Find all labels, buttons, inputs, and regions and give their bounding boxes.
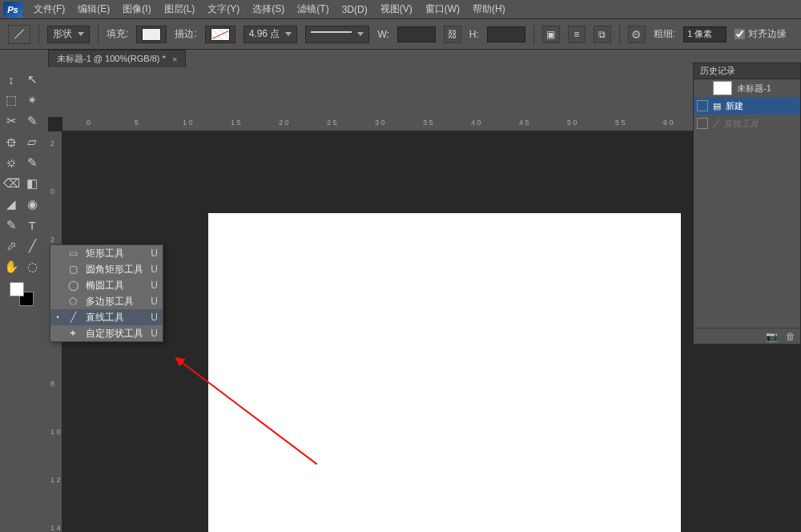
toolbox: ↕↖⬚✴✂✎⯐▱⛭✎⌫◧◢◉✎T⬀╱✋◌ bbox=[0, 50, 43, 532]
tool-button[interactable]: ▱ bbox=[22, 131, 42, 152]
tool-button[interactable]: ◧ bbox=[22, 173, 42, 194]
width-field[interactable] bbox=[397, 26, 436, 42]
history-panel: 历史记录 未标题-1 ▤ 新建 ╱ 直线工具 📷 🗑 bbox=[693, 62, 801, 345]
menu-file[interactable]: 文件(F) bbox=[27, 2, 71, 16]
tool-button[interactable]: ⯐ bbox=[1, 131, 22, 152]
stroke-width-combo[interactable]: 4.96 点 bbox=[244, 26, 298, 43]
history-snapshot-row[interactable]: 未标题-1 bbox=[694, 79, 800, 97]
trash-icon[interactable]: 🗑 bbox=[786, 331, 795, 342]
history-step-row[interactable]: ╱ 直线工具 bbox=[694, 115, 800, 132]
line-tool-icon bbox=[14, 29, 24, 38]
tool-button[interactable]: ⬚ bbox=[1, 90, 22, 111]
ruler-tick: 2 bbox=[50, 236, 54, 244]
flyout-item-shortcut: U bbox=[151, 312, 158, 323]
ruler-tick: 1 2 bbox=[50, 476, 61, 484]
shape-mode-combo[interactable]: 形状 bbox=[47, 26, 90, 43]
flyout-item-label: 圆角矩形工具 bbox=[86, 263, 143, 276]
shape-tools-flyout: ▭ 矩形工具 U ▢ 圆角矩形工具 U ◯ 椭圆工具 U ⬠ 多边形工具 U• … bbox=[50, 244, 163, 342]
menu-3d[interactable]: 3D(D) bbox=[336, 4, 374, 15]
weight-field[interactable] bbox=[683, 26, 727, 42]
gear-icon[interactable] bbox=[628, 26, 646, 43]
tool-button[interactable]: ⛭ bbox=[1, 152, 22, 173]
menu-image[interactable]: 图像(I) bbox=[116, 2, 157, 16]
tool-button[interactable]: ✋ bbox=[1, 256, 22, 277]
tool-button[interactable]: ◌ bbox=[22, 256, 42, 277]
chevron-down-icon bbox=[285, 32, 292, 36]
stroke-width-value: 4.96 点 bbox=[249, 27, 280, 41]
camera-icon[interactable]: 📷 bbox=[766, 331, 778, 342]
menu-help[interactable]: 帮助(H) bbox=[466, 2, 512, 16]
flyout-item-shortcut: U bbox=[151, 264, 158, 275]
tool-button[interactable]: ⌫ bbox=[1, 173, 22, 194]
arrange-button[interactable]: ⧉ bbox=[594, 26, 611, 43]
flyout-item[interactable]: • ╱ 直线工具 U bbox=[50, 309, 163, 325]
tool-button[interactable]: ✴ bbox=[22, 90, 42, 111]
link-icon: ⛓ bbox=[448, 29, 457, 40]
tool-button[interactable]: ◉ bbox=[22, 194, 42, 215]
chevron-down-icon bbox=[78, 32, 84, 36]
history-step-label: 直线工具 bbox=[723, 118, 759, 130]
fill-label: 填充: bbox=[107, 27, 128, 41]
tool-button[interactable]: ✎ bbox=[22, 152, 42, 173]
fill-swatch bbox=[142, 28, 161, 41]
flyout-item[interactable]: ◯ 椭圆工具 U bbox=[50, 277, 163, 293]
tool-preset-button[interactable] bbox=[8, 25, 30, 44]
link-wh-button[interactable]: ⛓ bbox=[444, 26, 461, 43]
align-button[interactable]: ≡ bbox=[568, 26, 586, 43]
flyout-item-label: 椭圆工具 bbox=[86, 279, 124, 292]
shape-mode-label: 形状 bbox=[53, 27, 72, 41]
align-edges-check[interactable]: 对齐边缘 bbox=[735, 27, 787, 41]
history-step-label: 新建 bbox=[726, 100, 743, 112]
tool-button[interactable]: ◢ bbox=[1, 194, 22, 215]
stroke-style-combo[interactable] bbox=[305, 26, 369, 43]
ruler-tick: 5 0 bbox=[567, 119, 578, 127]
fill-swatch-button[interactable] bbox=[136, 26, 167, 43]
ruler-tick: 0 bbox=[87, 119, 91, 127]
stroke-swatch-button[interactable] bbox=[205, 26, 235, 43]
ruler-tick: 1 0 bbox=[50, 428, 61, 436]
tool-button[interactable]: T bbox=[22, 215, 42, 236]
tool-button[interactable]: ✎ bbox=[22, 111, 42, 131]
ruler-horizontal[interactable]: 051 01 52 02 53 03 54 04 55 05 56 06 5 bbox=[62, 117, 801, 131]
history-step-row[interactable]: ▤ 新建 bbox=[694, 97, 800, 115]
menu-filter[interactable]: 滤镜(T) bbox=[291, 2, 335, 16]
flyout-item-shortcut: U bbox=[151, 280, 158, 291]
chevron-down-icon bbox=[357, 32, 364, 36]
menu-layer[interactable]: 图层(L) bbox=[158, 2, 202, 16]
history-panel-footer: 📷 🗑 bbox=[694, 328, 800, 344]
menu-view[interactable]: 视图(V) bbox=[374, 2, 419, 16]
history-step-icon: ╱ bbox=[713, 119, 718, 129]
tool-button[interactable]: ⬀ bbox=[1, 236, 22, 256]
menu-type[interactable]: 文字(Y) bbox=[201, 2, 246, 16]
ruler-tick: 1 4 bbox=[50, 524, 61, 532]
divider bbox=[38, 24, 39, 45]
tool-button[interactable]: ✂ bbox=[1, 111, 22, 131]
flyout-item-label: 多边形工具 bbox=[86, 295, 134, 308]
history-panel-tab[interactable]: 历史记录 bbox=[694, 63, 800, 79]
history-step-thumb bbox=[697, 118, 708, 129]
tool-button[interactable]: ↕ bbox=[1, 69, 22, 90]
fg-bg-swatch[interactable] bbox=[8, 280, 35, 308]
canvas[interactable] bbox=[208, 213, 681, 532]
flyout-item[interactable]: ⬠ 多边形工具 U bbox=[50, 293, 163, 309]
menu-select[interactable]: 选择(S) bbox=[246, 2, 291, 16]
ruler-tick: 6 0 bbox=[663, 119, 674, 127]
stroke-style-preview bbox=[311, 31, 352, 38]
shape-tool-icon: ✦ bbox=[66, 328, 79, 339]
ruler-tick: 1 0 bbox=[183, 119, 193, 127]
flyout-item-label: 矩形工具 bbox=[86, 247, 124, 260]
tool-button[interactable]: ╱ bbox=[22, 236, 42, 256]
ruler-tick: 3 0 bbox=[375, 119, 385, 127]
height-field[interactable] bbox=[487, 26, 525, 42]
menu-window[interactable]: 窗口(W) bbox=[419, 2, 466, 16]
path-op-button[interactable]: ▣ bbox=[542, 26, 560, 43]
tool-button[interactable]: ✎ bbox=[1, 215, 22, 236]
flyout-item[interactable]: ▢ 圆角矩形工具 U bbox=[50, 261, 163, 277]
divider bbox=[619, 24, 620, 45]
tool-button[interactable]: ↖ bbox=[22, 69, 42, 90]
flyout-item[interactable]: ✦ 自定形状工具 U bbox=[50, 325, 163, 341]
menu-edit[interactable]: 编辑(E) bbox=[71, 2, 116, 16]
flyout-item-label: 直线工具 bbox=[86, 311, 124, 324]
align-edges-checkbox[interactable] bbox=[735, 29, 745, 39]
flyout-item[interactable]: ▭ 矩形工具 U bbox=[50, 245, 163, 261]
